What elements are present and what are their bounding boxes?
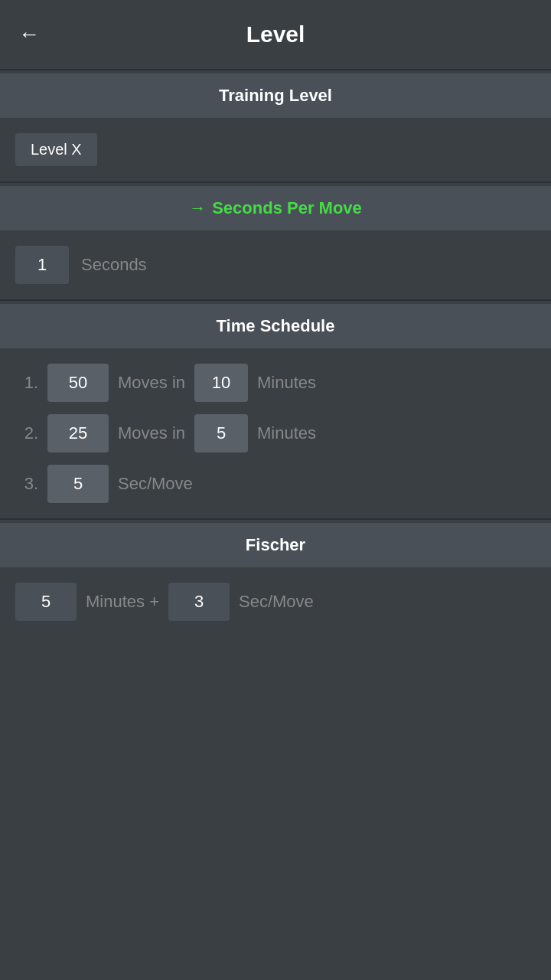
schedule-row-3: 3. 5 Sec/Move: [15, 465, 536, 503]
fischer-sec-value[interactable]: 3: [168, 583, 230, 621]
row1-moves-value[interactable]: 50: [47, 364, 109, 402]
arrow-icon: →: [189, 198, 206, 217]
schedule-row-2: 2. 25 Moves in 5 Minutes: [15, 414, 536, 452]
spm-header: →Seconds Per Move: [0, 186, 551, 230]
back-button[interactable]: ←: [18, 24, 40, 45]
level-badge[interactable]: Level X: [15, 133, 97, 166]
row3-moves-label: Sec/Move: [118, 474, 193, 494]
separator-4: [0, 518, 551, 520]
schedule-row-1: 1. 50 Moves in 10 Minutes: [15, 364, 536, 402]
header: ← Level: [0, 0, 551, 69]
row2-moves-value[interactable]: 25: [47, 414, 109, 452]
row-number-1: 1.: [15, 373, 38, 393]
row1-time-label: Minutes: [257, 373, 316, 393]
separator-2: [0, 181, 551, 183]
page-title: Level: [246, 21, 305, 47]
spm-row: 1 Seconds: [0, 230, 551, 299]
row-number-2: 2.: [15, 423, 38, 443]
row1-moves-label: Moves in: [118, 373, 185, 393]
fischer-minutes-value[interactable]: 5: [15, 583, 77, 621]
training-level-section: Level X: [0, 118, 551, 181]
spm-unit-label: Seconds: [81, 255, 147, 275]
row2-time-value[interactable]: 5: [194, 414, 248, 452]
time-schedule-header: Time Schedule: [0, 304, 551, 348]
row2-moves-label: Moves in: [118, 423, 185, 443]
spm-value[interactable]: 1: [15, 246, 69, 284]
fischer-minutes-label: Minutes +: [86, 592, 159, 612]
fischer-row: 5 Minutes + 3 Sec/Move: [15, 583, 536, 621]
row2-time-label: Minutes: [257, 423, 316, 443]
fischer-section: 5 Minutes + 3 Sec/Move: [0, 567, 551, 636]
row1-time-value[interactable]: 10: [194, 364, 248, 402]
spm-label: Seconds Per Move: [212, 198, 362, 217]
row3-moves-value[interactable]: 5: [47, 465, 109, 503]
fischer-sec-label: Sec/Move: [239, 592, 314, 612]
separator-3: [0, 299, 551, 301]
training-level-header: Training Level: [0, 74, 551, 118]
fischer-header: Fischer: [0, 523, 551, 567]
time-schedule-section: 1. 50 Moves in 10 Minutes 2. 25 Moves in…: [0, 348, 551, 518]
row-number-3: 3.: [15, 474, 38, 494]
separator-1: [0, 69, 551, 70]
